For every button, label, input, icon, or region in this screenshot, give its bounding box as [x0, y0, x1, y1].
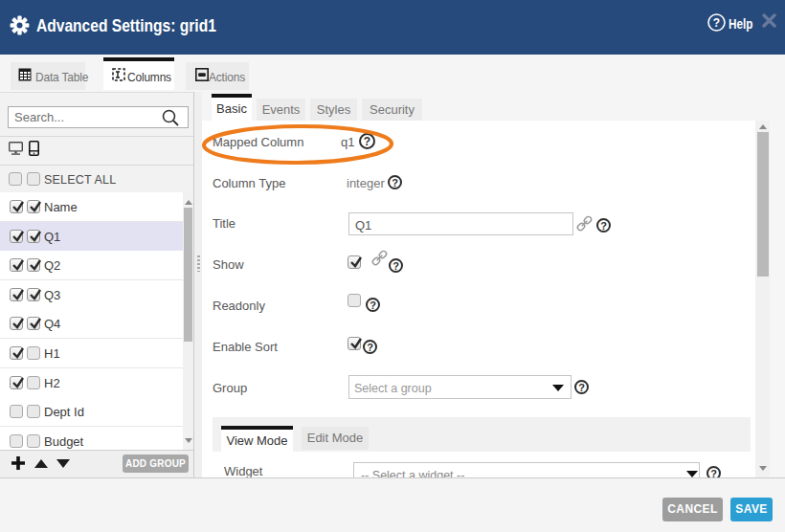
svg-text:?: ?: [713, 16, 720, 30]
